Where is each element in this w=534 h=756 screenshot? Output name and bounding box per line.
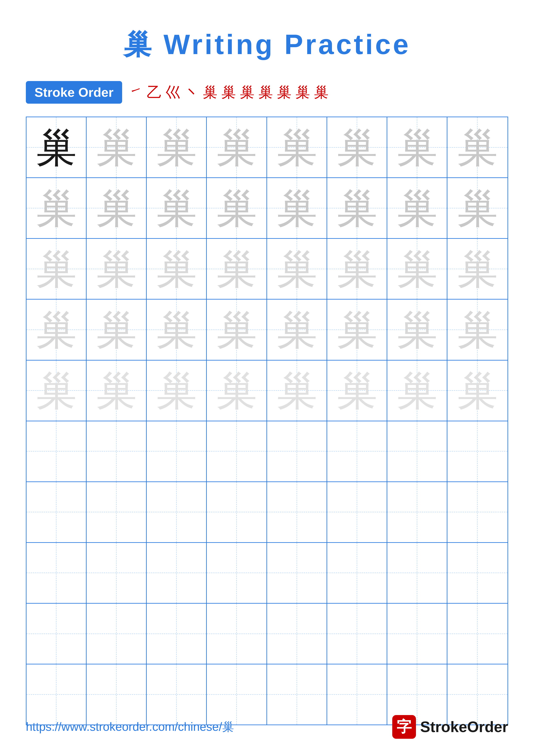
grid-cell-6-6[interactable] [327,421,387,481]
stroke-11: 巢 [314,83,328,102]
grid-cell-5-4[interactable]: 巢 [207,361,267,421]
practice-char: 巢 [276,309,317,350]
grid-cell-1-7[interactable]: 巢 [387,117,447,177]
practice-char: 巢 [36,127,77,168]
practice-char: 巢 [216,309,257,350]
grid-cell-8-1[interactable] [27,543,87,603]
grid-cell-7-8[interactable] [447,482,507,542]
grid-cell-1-5[interactable]: 巢 [267,117,327,177]
footer-logo-text: StrokeOrder [420,718,508,736]
grid-cell-7-1[interactable] [27,482,87,542]
grid-cell-4-6[interactable]: 巢 [327,300,387,360]
grid-cell-2-7[interactable]: 巢 [387,178,447,238]
stroke-5: 巢 [203,83,217,102]
practice-char: 巢 [276,249,317,289]
grid-cell-3-6[interactable]: 巢 [327,239,387,299]
grid-cell-3-7[interactable]: 巢 [387,239,447,299]
grid-cell-3-4[interactable]: 巢 [207,239,267,299]
practice-char: 巢 [216,370,257,411]
practice-char: 巢 [96,249,137,289]
grid-cell-4-4[interactable]: 巢 [207,300,267,360]
grid-cell-8-7[interactable] [387,543,447,603]
grid-cell-6-5[interactable] [267,421,327,481]
grid-cell-8-4[interactable] [207,543,267,603]
footer-logo-icon: 字 [392,715,416,739]
grid-cell-5-7[interactable]: 巢 [387,361,447,421]
page-title: 巢 Writing Practice [0,0,534,64]
grid-cell-9-2[interactable] [87,604,147,664]
grid-cell-1-6[interactable]: 巢 [327,117,387,177]
grid-cell-4-7[interactable]: 巢 [387,300,447,360]
grid-cell-5-3[interactable]: 巢 [147,361,207,421]
practice-char: 巢 [96,127,137,168]
grid-cell-8-6[interactable] [327,543,387,603]
title-text: Writing Practice [154,29,411,60]
grid-row-6 [27,421,507,482]
grid-cell-1-8[interactable]: 巢 [447,117,507,177]
grid-cell-7-2[interactable] [87,482,147,542]
grid-cell-4-1[interactable]: 巢 [27,300,87,360]
grid-cell-2-1[interactable]: 巢 [27,178,87,238]
grid-cell-7-4[interactable] [207,482,267,542]
stroke-10: 巢 [295,83,310,102]
grid-cell-1-2[interactable]: 巢 [87,117,147,177]
practice-char: 巢 [457,370,498,411]
grid-cell-6-7[interactable] [387,421,447,481]
grid-cell-9-8[interactable] [447,604,507,664]
grid-cell-1-3[interactable]: 巢 [147,117,207,177]
practice-char: 巢 [396,249,438,289]
grid-cell-5-1[interactable]: 巢 [27,361,87,421]
grid-cell-5-8[interactable]: 巢 [447,361,507,421]
grid-cell-1-1[interactable]: 巢 [27,117,87,177]
grid-cell-2-8[interactable]: 巢 [447,178,507,238]
practice-grid: 巢 巢 巢 巢 巢 巢 巢 巢 巢 巢 巢 [26,117,508,725]
grid-cell-2-4[interactable]: 巢 [207,178,267,238]
practice-char: 巢 [276,370,317,411]
grid-row-5: 巢 巢 巢 巢 巢 巢 巢 巢 [27,361,507,421]
grid-cell-1-4[interactable]: 巢 [207,117,267,177]
grid-cell-9-1[interactable] [27,604,87,664]
grid-cell-7-5[interactable] [267,482,327,542]
grid-cell-9-5[interactable] [267,604,327,664]
practice-char: 巢 [96,370,137,411]
grid-cell-7-6[interactable] [327,482,387,542]
grid-cell-3-2[interactable]: 巢 [87,239,147,299]
grid-cell-3-1[interactable]: 巢 [27,239,87,299]
stroke-7: 巢 [240,83,254,102]
grid-cell-3-8[interactable]: 巢 [447,239,507,299]
grid-cell-7-3[interactable] [147,482,207,542]
grid-cell-6-1[interactable] [27,421,87,481]
grid-cell-2-3[interactable]: 巢 [147,178,207,238]
grid-cell-9-7[interactable] [387,604,447,664]
grid-cell-4-2[interactable]: 巢 [87,300,147,360]
grid-cell-2-2[interactable]: 巢 [87,178,147,238]
footer-url[interactable]: https://www.strokeorder.com/chinese/巢 [26,719,234,735]
grid-cell-8-3[interactable] [147,543,207,603]
grid-cell-6-4[interactable] [207,421,267,481]
practice-char: 巢 [396,188,438,229]
grid-cell-2-5[interactable]: 巢 [267,178,327,238]
title-chinese-char: 巢 [123,29,154,60]
grid-cell-9-6[interactable] [327,604,387,664]
grid-cell-7-7[interactable] [387,482,447,542]
footer: https://www.strokeorder.com/chinese/巢 字 … [0,715,534,739]
grid-cell-6-8[interactable] [447,421,507,481]
grid-cell-5-2[interactable]: 巢 [87,361,147,421]
grid-cell-3-5[interactable]: 巢 [267,239,327,299]
practice-char: 巢 [156,127,197,168]
grid-cell-8-2[interactable] [87,543,147,603]
grid-cell-6-3[interactable] [147,421,207,481]
grid-cell-2-6[interactable]: 巢 [327,178,387,238]
grid-cell-3-3[interactable]: 巢 [147,239,207,299]
grid-cell-5-5[interactable]: 巢 [267,361,327,421]
grid-cell-9-4[interactable] [207,604,267,664]
practice-char: 巢 [36,249,77,289]
grid-cell-4-8[interactable]: 巢 [447,300,507,360]
grid-cell-6-2[interactable] [87,421,147,481]
grid-cell-4-3[interactable]: 巢 [147,300,207,360]
grid-cell-4-5[interactable]: 巢 [267,300,327,360]
grid-cell-8-8[interactable] [447,543,507,603]
grid-cell-9-3[interactable] [147,604,207,664]
grid-cell-8-5[interactable] [267,543,327,603]
grid-cell-5-6[interactable]: 巢 [327,361,387,421]
